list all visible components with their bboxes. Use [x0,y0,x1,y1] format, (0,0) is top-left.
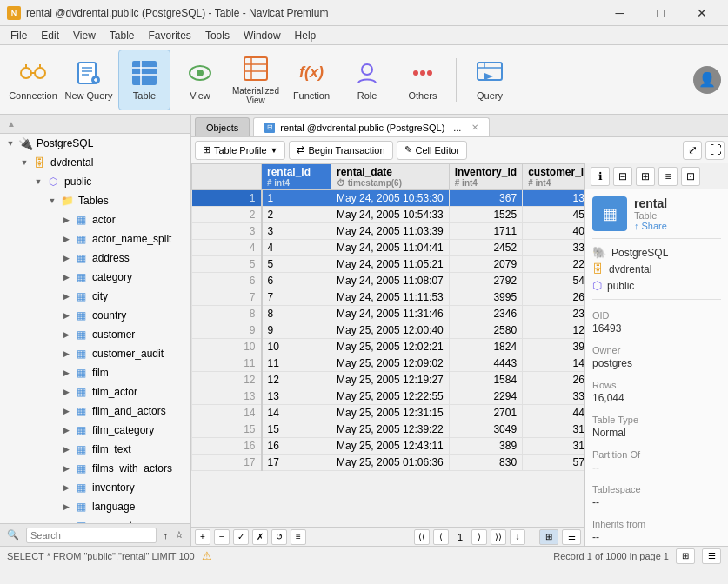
sidebar-item-film-actor[interactable]: ▶ ▦ film_actor [0,382,190,402]
filter-button[interactable]: ≡ [291,529,306,545]
rp-layout-button[interactable]: ⊡ [681,167,700,186]
table-row[interactable]: 5 5 May 24, 2005 11:05:21 2079 222 [192,256,585,273]
table-profile-button[interactable]: ⊞ Table Profile ▼ [195,141,285,160]
materialized-view-button[interactable]: Materialized View [230,50,282,110]
menu-favorites[interactable]: Favorites [142,28,198,43]
minimize-button[interactable]: ─ [600,0,639,26]
table-row[interactable]: 16 16 May 25, 2005 12:43:11 389 316 [192,438,585,455]
sidebar-item-payment[interactable]: ▶ ▦ payment [0,516,190,523]
grid-scroll-area[interactable]: rental_id # int4 rental_date ⏱ timestamp… [191,163,584,527]
menu-window[interactable]: Window [237,28,288,43]
query-run-button[interactable]: Query [464,50,516,110]
expand-icon-film-actor: ▶ [59,388,73,396]
rp-info-button[interactable]: ℹ [591,167,610,186]
sidebar-label-actor: actor [92,214,190,226]
col-inventory-id[interactable]: inventory_id # int4 [449,164,522,190]
col-customer-id[interactable]: customer_id # int4 [523,164,584,190]
view-button[interactable]: View [174,50,226,110]
expand-view-button[interactable]: ⤢ [683,141,702,160]
sidebar-item-customer-audit[interactable]: ▶ ▦ customer_audit [0,344,190,363]
rp-grid-button[interactable]: ⊟ [613,167,632,186]
sidebar-item-film-and-actors[interactable]: ▶ ▦ film_and_actors [0,402,190,421]
sidebar-search-input[interactable] [26,528,157,543]
table-row[interactable]: 14 14 May 25, 2005 12:31:15 2701 446 [192,405,585,421]
connection-button[interactable]: Connection [7,50,59,110]
menu-edit[interactable]: Edit [34,28,66,43]
sidebar-item-city[interactable]: ▶ ▦ city [0,287,190,306]
sidebar-item-film-text[interactable]: ▶ ▦ film_text [0,440,190,459]
table-row[interactable]: 15 15 May 25, 2005 12:39:22 3049 319 [192,421,585,438]
sidebar-item-actor[interactable]: ▶ ▦ actor [0,210,190,229]
add-row-button[interactable]: + [195,529,210,545]
status-grid-icon[interactable]: ⊞ [676,548,695,564]
nav-next-button[interactable]: ⟩ [471,529,487,545]
table-row[interactable]: 7 7 May 24, 2005 11:11:53 3995 269 [192,289,585,306]
menu-table[interactable]: Table [103,28,142,43]
begin-transaction-button[interactable]: ⇄ Begin Transaction [289,141,392,160]
table-row[interactable]: 8 8 May 24, 2005 11:31:46 2346 239 [192,306,585,322]
sidebar-item-category[interactable]: ▶ ▦ category [0,268,190,287]
sidebar-item-film[interactable]: ▶ ▦ film [0,363,190,382]
others-button[interactable]: Others [397,50,449,110]
col-rental-id[interactable]: rental_id # int4 [262,164,331,190]
sidebar-item-public[interactable]: ▼ ⬡ public [0,172,190,191]
table-row[interactable]: 10 10 May 25, 2005 12:02:21 1824 399 [192,339,585,355]
sidebar-item-film-category[interactable]: ▶ ▦ film_category [0,421,190,440]
table-row[interactable]: 9 9 May 25, 2005 12:00:40 2580 126 [192,322,585,339]
rp-col-button[interactable]: ≡ [658,167,678,186]
row-number-cell: 14 [192,405,262,421]
sidebar-item-films-with-actors[interactable]: ▶ ▦ films_with_actors [0,459,190,478]
sidebar-item-customer[interactable]: ▶ ▦ customer [0,325,190,344]
menu-view[interactable]: View [66,28,103,43]
tab-rental[interactable]: ⊞ rental @dvdrental.public (PostgreSQL) … [253,117,490,136]
rp-share-button[interactable]: ↑ Share [634,221,667,231]
grid-view-button[interactable]: ⊞ [539,529,558,545]
save-row-button[interactable]: ✓ [233,529,249,545]
sidebar-item-dvdrental[interactable]: ▼ 🗄 dvdrental [0,153,190,172]
table-item-icon: ▦ [73,442,89,456]
fullscreen-button[interactable]: ⛶ [705,141,725,160]
user-avatar[interactable]: 👤 [693,66,721,94]
sidebar-item-tables-folder[interactable]: ▼ 📁 Tables [0,191,190,210]
delete-row-button[interactable]: − [214,529,230,545]
discard-row-button[interactable]: ✗ [252,529,268,545]
rp-split-button[interactable]: ⊞ [636,167,655,186]
tab-objects[interactable]: Objects [195,117,250,136]
close-button[interactable]: ✕ [682,0,721,26]
maximize-button[interactable]: □ [641,0,680,26]
table-button[interactable]: Table [118,50,170,110]
menu-file[interactable]: File [3,28,34,43]
sidebar-item-country[interactable]: ▶ ▦ country [0,306,190,325]
sidebar-item-address[interactable]: ▶ ▦ address [0,249,190,268]
cell-editor-button[interactable]: ✎ Cell Editor [397,141,468,160]
role-button[interactable]: Role [341,50,393,110]
form-view-button[interactable]: ☰ [562,529,581,545]
table-row[interactable]: 13 13 May 25, 2005 12:22:55 2294 334 [192,388,585,405]
col-rental-date[interactable]: rental_date ⏱ timestamp(6) [331,164,450,190]
table-row[interactable]: 12 12 May 25, 2005 12:19:27 1584 261 [192,372,585,388]
sidebar-item-postgresql[interactable]: ▼ 🔌 PostgreSQL [0,134,190,153]
nav-first-button[interactable]: ⟨⟨ [414,529,430,545]
status-list-icon[interactable]: ☰ [702,548,721,564]
table-row[interactable]: 2 2 May 24, 2005 10:54:33 1525 459 [192,207,585,223]
table-row[interactable]: 1 1 May 24, 2005 10:53:30 367 130 [192,190,585,207]
nav-prev-button[interactable]: ⟨ [433,529,449,545]
sidebar-item-language[interactable]: ▶ ▦ language [0,497,190,516]
tab-close-btn[interactable]: ✕ [471,123,478,132]
sidebar-item-actor-name-split[interactable]: ▶ ▦ actor_name_split [0,229,190,249]
refresh-button[interactable]: ↺ [271,529,287,545]
nav-end-button[interactable]: ↓ [510,529,525,545]
sidebar-item-inventory[interactable]: ▶ ▦ inventory [0,478,190,497]
nav-last-button[interactable]: ⟩⟩ [491,529,506,545]
menu-tools[interactable]: Tools [198,28,237,43]
table-row[interactable]: 17 17 May 25, 2005 01:06:36 830 575 [192,455,585,471]
svg-point-24 [420,70,425,76]
query-run-icon [476,59,504,87]
table-row[interactable]: 4 4 May 24, 2005 11:04:41 2452 333 [192,240,585,256]
table-row[interactable]: 6 6 May 24, 2005 11:08:07 2792 549 [192,273,585,289]
table-row[interactable]: 3 3 May 24, 2005 11:03:39 1711 408 [192,223,585,240]
new-query-button[interactable]: New Query [63,50,115,110]
menu-help[interactable]: Help [288,28,324,43]
function-button[interactable]: f(x) Function [285,50,337,110]
table-row[interactable]: 11 11 May 25, 2005 12:09:02 4443 142 [192,355,585,372]
